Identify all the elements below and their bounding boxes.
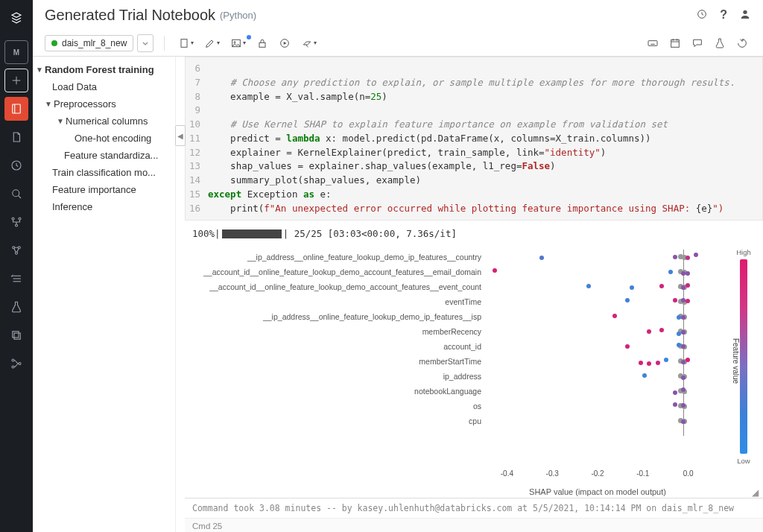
logo-icon[interactable] [4, 6, 28, 30]
chart-row: ip_address [191, 369, 757, 384]
svg-point-12 [16, 252, 18, 254]
chart-row: __ip_address__online_feature_lookup_demo… [191, 309, 757, 324]
command-footer: Command took 3.08 minutes -- by kasey.uh… [185, 498, 763, 518]
line-number: 16 [186, 202, 208, 216]
svg-rect-29 [648, 40, 657, 45]
outline-item[interactable]: Feature importance [36, 181, 168, 198]
progress-output: 100%|| 25/25 [03:03<00:00, 7.36s/it] [185, 221, 763, 244]
feature-label: __account_id__online_feature_lookup_demo… [191, 282, 486, 291]
file-menu-icon[interactable]: ▾ [175, 36, 197, 51]
x-tick: 0.0 [683, 469, 694, 478]
chart-row: os [191, 399, 757, 414]
feature-label: memberRecency [191, 327, 486, 336]
x-tick: -0.4 [501, 469, 513, 478]
left-rail: M [0, 0, 33, 532]
caret-down-icon: ▼ [36, 66, 43, 74]
svg-point-5 [13, 190, 19, 197]
run-icon[interactable] [276, 36, 294, 51]
feature-label: __account_id__online_feature_lookup_demo… [191, 267, 486, 276]
svg-marker-28 [284, 42, 287, 45]
x-axis: -0.4-0.3-0.2-0.10.0 [484, 469, 711, 484]
caret-down-icon: ▼ [45, 100, 52, 108]
copy-icon[interactable] [4, 323, 28, 347]
feature-label: notebookLanguage [191, 387, 486, 396]
search-icon[interactable] [4, 182, 28, 206]
svg-point-7 [12, 218, 14, 220]
line-number: 6 [186, 62, 208, 76]
resize-handle-icon[interactable]: ◢ [752, 487, 759, 498]
line-number: 9 [186, 104, 208, 118]
workflows-icon[interactable] [4, 210, 28, 234]
svg-point-25 [234, 41, 235, 42]
tasks-icon[interactable] [4, 267, 28, 291]
shap-chart: __ip_address__online_feature_lookup_demo… [185, 244, 763, 498]
experiments-icon[interactable] [4, 295, 28, 319]
chart-row: __account_id__online_feature_lookup_demo… [191, 265, 757, 279]
caret-down-icon: ▼ [57, 117, 64, 125]
outline-root[interactable]: ▼Random Forest training [36, 61, 168, 78]
svg-point-8 [19, 218, 21, 220]
svg-rect-2 [13, 104, 21, 113]
svg-rect-23 [181, 39, 187, 47]
cluster-selector[interactable]: dais_mlr_8_new [45, 35, 133, 51]
outline-item[interactable]: ▼Numerical columns [36, 113, 168, 130]
help-icon[interactable]: ? [720, 8, 727, 22]
svg-point-9 [16, 224, 18, 227]
notebook-icon[interactable] [4, 97, 28, 121]
notebook-language: (Python) [220, 10, 256, 21]
feature-label: memberStartTime [191, 357, 486, 366]
chart-row: cpu [191, 414, 757, 428]
editor-area: 6 7 # Choose any prediction to explain, … [185, 57, 763, 532]
outline-item[interactable]: One-hot encoding [36, 130, 168, 147]
line-number: 11 [186, 132, 208, 146]
cluster-name: dais_mlr_8_new [62, 38, 127, 48]
svg-point-10 [13, 247, 15, 249]
clear-menu-icon[interactable]: ▾ [298, 36, 320, 51]
feature-label: eventTime [191, 297, 486, 306]
outline-item[interactable]: Inference [36, 198, 168, 215]
command-number: Cmd 25 [185, 518, 763, 532]
svg-rect-26 [259, 42, 265, 47]
lineage-icon[interactable] [4, 352, 28, 376]
svg-rect-17 [13, 332, 19, 338]
notebook-title[interactable]: Generated Trial Notebook [45, 7, 215, 24]
feature-label: __ip_address__online_feature_lookup_demo… [191, 253, 486, 262]
colorbar-high: High [736, 248, 751, 256]
outline-item[interactable]: Load Data [36, 78, 168, 95]
data-icon[interactable] [4, 125, 28, 149]
colorbar-low: Low [737, 457, 750, 465]
model-icon[interactable]: M [4, 40, 28, 64]
sidebar-gutter: ◀ [176, 57, 185, 532]
compute-icon[interactable] [4, 238, 28, 262]
chart-row: __ip_address__online_feature_lookup_demo… [191, 250, 757, 265]
comments-icon[interactable] [688, 36, 706, 51]
image-menu-icon[interactable]: ▾ [227, 36, 249, 51]
create-icon[interactable] [4, 69, 28, 92]
chart-row: notebookLanguage [191, 384, 757, 399]
user-icon[interactable] [739, 8, 751, 22]
edit-menu-icon[interactable]: ▾ [201, 36, 223, 51]
colorbar: High Low Feature value [735, 248, 753, 465]
feature-label: ip_address [191, 372, 486, 381]
calendar-icon[interactable] [666, 36, 684, 51]
svg-point-11 [18, 247, 20, 249]
lock-icon[interactable] [253, 36, 271, 51]
schedule-icon[interactable] [696, 8, 708, 22]
keyboard-icon[interactable] [644, 36, 662, 51]
code-cell[interactable]: 6 7 # Choose any prediction to explain, … [185, 57, 763, 221]
outline-item[interactable]: ▼Preprocessors [36, 95, 168, 113]
outline-item[interactable]: Feature standardiza... [36, 147, 168, 164]
cluster-dropdown-icon[interactable] [137, 34, 153, 52]
svg-point-19 [12, 366, 14, 368]
recents-icon[interactable] [4, 153, 28, 177]
line-number: 15 [186, 188, 208, 202]
experiment-icon[interactable] [711, 36, 729, 51]
svg-point-18 [12, 359, 14, 361]
svg-point-22 [743, 10, 747, 13]
toolbar: dais_mlr_8_new ▾ ▾ ▾ ▾ [33, 30, 763, 57]
svg-line-6 [19, 196, 21, 198]
revision-icon[interactable] [733, 36, 751, 51]
collapse-sidebar-button[interactable]: ◀ [175, 125, 186, 146]
outline-item[interactable]: Train classification mo... [36, 164, 168, 181]
chart-row: __account_id__online_feature_lookup_demo… [191, 279, 757, 294]
